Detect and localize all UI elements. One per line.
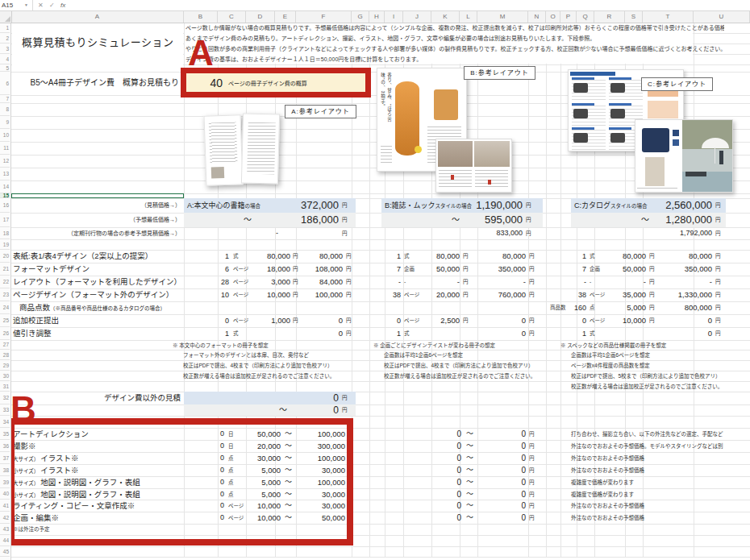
option-subtotal-max[interactable]: 0 bbox=[476, 428, 526, 440]
item-unit-price-cell[interactable]: 20,000 bbox=[408, 288, 460, 301]
row-header-7[interactable]: 7 bbox=[0, 95, 10, 103]
name-box-dropdown-icon[interactable]: ▼ bbox=[24, 0, 28, 10]
item-amount-cell[interactable]: 0 bbox=[655, 314, 712, 327]
option-subtotal-min[interactable]: 0 bbox=[426, 476, 461, 488]
row-header-2[interactable]: 2 bbox=[0, 33, 10, 44]
row-header-3[interactable]: 3 bbox=[0, 44, 10, 54]
row-header-35[interactable]: 35 bbox=[0, 428, 10, 440]
row-header-45[interactable]: 45 bbox=[0, 546, 10, 557]
item-amount-cell[interactable]: 0 bbox=[655, 327, 712, 340]
row-header-20[interactable]: 20 bbox=[0, 250, 10, 263]
column-header-C[interactable]: C bbox=[218, 10, 246, 23]
row-header-33[interactable]: 33 bbox=[0, 404, 10, 416]
option-subtotal-min[interactable]: 0 bbox=[426, 488, 461, 500]
line-item-label[interactable]: 表紙:表1/表4デザイン（2案以上の提案） bbox=[13, 250, 152, 263]
row-header-5[interactable]: 5 bbox=[0, 64, 10, 72]
name-box[interactable]: A15 bbox=[2, 0, 21, 10]
line-item-label[interactable]: フォーマットデザイン bbox=[13, 263, 90, 276]
variant-c-estimate[interactable]: 2,560,000 bbox=[631, 198, 712, 213]
item-amount-cell[interactable]: 350,000 bbox=[655, 263, 712, 276]
item-amount-cell[interactable]: - bbox=[472, 276, 526, 288]
column-header-Q[interactable]: Q bbox=[577, 10, 594, 23]
item-qty-cell[interactable]: 1 bbox=[367, 250, 401, 263]
item-amount-cell[interactable]: 0 bbox=[300, 327, 343, 340]
row-header-1[interactable]: 1 bbox=[0, 23, 10, 33]
item-amount-cell[interactable]: 760,000 bbox=[472, 288, 526, 301]
column-header-S[interactable]: S bbox=[625, 10, 643, 23]
item-amount-cell[interactable]: 0 bbox=[472, 327, 526, 340]
column-header-K[interactable]: K bbox=[431, 10, 460, 23]
item-unit-price-cell[interactable]: 3,000 bbox=[239, 276, 290, 288]
row-header-23[interactable]: 23 bbox=[0, 288, 10, 301]
column-header-B[interactable]: B bbox=[184, 10, 218, 23]
column-header-E[interactable]: E bbox=[275, 10, 296, 23]
item-amount-cell[interactable]: 108,000 bbox=[300, 263, 343, 276]
item-amount-cell[interactable]: 0 bbox=[472, 314, 526, 327]
column-header-M[interactable]: M bbox=[477, 10, 528, 23]
row-header-13[interactable]: 13 bbox=[0, 168, 10, 180]
column-header-J[interactable]: J bbox=[403, 10, 431, 23]
column-header-R[interactable]: R bbox=[594, 10, 625, 23]
option-subtotal-max[interactable]: 0 bbox=[476, 476, 526, 488]
item-qty-cell[interactable]: 38 bbox=[367, 288, 401, 301]
item-qty-cell[interactable]: 28 bbox=[184, 276, 229, 288]
item-amount-cell[interactable]: 84,000 bbox=[300, 276, 343, 288]
row-header-10[interactable]: 10 bbox=[0, 129, 10, 142]
row-header-14[interactable]: 14 bbox=[0, 180, 10, 193]
column-header-G[interactable]: G bbox=[352, 10, 369, 23]
option-subtotal-max[interactable]: 0 bbox=[476, 440, 526, 452]
line-item-label[interactable]: レイアウト（フォーマットを利用したデザイン） bbox=[13, 276, 181, 288]
row-header-40[interactable]: 40 bbox=[0, 488, 10, 500]
variant-a-periodical[interactable]: - bbox=[262, 227, 278, 239]
item-qty-cell[interactable]: 1 bbox=[367, 327, 401, 340]
variant-c-minimum[interactable]: 1,280,000 bbox=[653, 213, 712, 227]
item-qty-cell[interactable]: 0 bbox=[552, 314, 586, 327]
item-qty-cell[interactable]: 0 bbox=[367, 314, 401, 327]
option-subtotal-min[interactable]: 0 bbox=[426, 500, 461, 512]
item-unit-price-cell[interactable]: - bbox=[408, 276, 460, 288]
column-header-N[interactable]: N bbox=[528, 10, 546, 23]
line-item-label[interactable]: 値引き調整 bbox=[13, 327, 52, 340]
row-header-12[interactable]: 12 bbox=[0, 155, 10, 168]
option-subtotal-max[interactable]: 0 bbox=[476, 512, 526, 524]
item-unit-price-cell[interactable]: 2,500 bbox=[408, 314, 460, 327]
row-header-26[interactable]: 26 bbox=[0, 327, 10, 340]
row-header-39[interactable]: 39 bbox=[0, 476, 10, 488]
row-header-24[interactable]: 24 bbox=[0, 301, 10, 314]
row-header-34[interactable]: 34 bbox=[0, 416, 10, 428]
row-header-44[interactable]: 44 bbox=[0, 535, 10, 546]
item-qty-cell[interactable]: 1 bbox=[552, 250, 586, 263]
column-header-F[interactable]: F bbox=[296, 10, 352, 23]
item-unit-price-cell[interactable]: 1,000 bbox=[239, 314, 290, 327]
other-estimate-min-value[interactable]: 0 bbox=[287, 404, 339, 416]
column-header-A[interactable]: A bbox=[11, 10, 184, 23]
item-unit-price-cell[interactable]: 80,000 bbox=[239, 250, 290, 263]
item-unit-price-cell[interactable]: 80,000 bbox=[594, 250, 646, 263]
item-amount-cell[interactable]: 350,000 bbox=[472, 263, 526, 276]
variant-b-estimate[interactable]: 1,190,000 bbox=[442, 198, 523, 213]
column-header-O[interactable]: O bbox=[546, 10, 560, 23]
variant-a-minimum[interactable]: 186,000 bbox=[258, 213, 339, 227]
row-header-16[interactable]: 16 bbox=[0, 198, 10, 213]
option-subtotal-min[interactable]: 0 bbox=[426, 452, 461, 464]
option-subtotal-max[interactable]: 0 bbox=[476, 464, 526, 476]
column-header-P[interactable]: P bbox=[560, 10, 577, 23]
column-header-D[interactable]: D bbox=[246, 10, 275, 23]
row-header-36[interactable]: 36 bbox=[0, 440, 10, 452]
variant-c-periodical[interactable]: 1,792,000 bbox=[631, 227, 712, 239]
other-estimate-value[interactable]: 0 bbox=[266, 392, 339, 404]
variant-b-periodical[interactable]: 833,000 bbox=[442, 227, 523, 239]
row-header-22[interactable]: 22 bbox=[0, 276, 10, 288]
item-qty-cell[interactable]: 10 bbox=[184, 288, 229, 301]
row-header-41[interactable]: 41 bbox=[0, 500, 10, 512]
row-header-11[interactable]: 11 bbox=[0, 142, 10, 155]
item-amount-cell[interactable]: 80,000 bbox=[655, 250, 712, 263]
row-header-29[interactable]: 29 bbox=[0, 360, 10, 371]
item-amount-cell[interactable]: 100,000 bbox=[300, 288, 343, 301]
row-header-30[interactable]: 30 bbox=[0, 371, 10, 381]
select-all-corner[interactable] bbox=[0, 10, 12, 23]
item-qty-cell[interactable]: 38 bbox=[552, 288, 586, 301]
item-amount-cell[interactable]: 0 bbox=[300, 314, 343, 327]
row-header-42[interactable]: 42 bbox=[0, 512, 10, 524]
row-header-4[interactable]: 4 bbox=[0, 54, 10, 64]
